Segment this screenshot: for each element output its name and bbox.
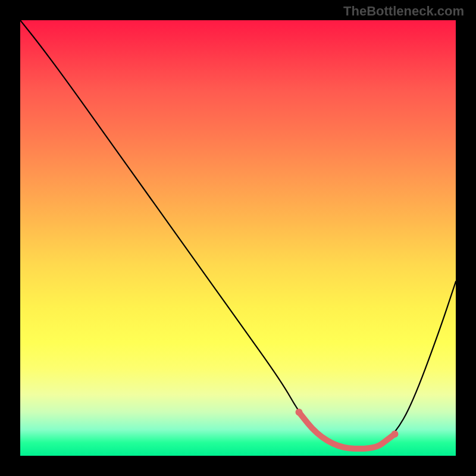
main-curve (20, 20, 456, 449)
plot-area (20, 20, 456, 456)
highlight-end-dot (296, 409, 303, 416)
highlight-curve (299, 412, 394, 449)
chart-svg (20, 20, 456, 456)
highlight-end-dot (392, 430, 399, 437)
watermark-text: TheBottleneck.com (343, 4, 464, 19)
